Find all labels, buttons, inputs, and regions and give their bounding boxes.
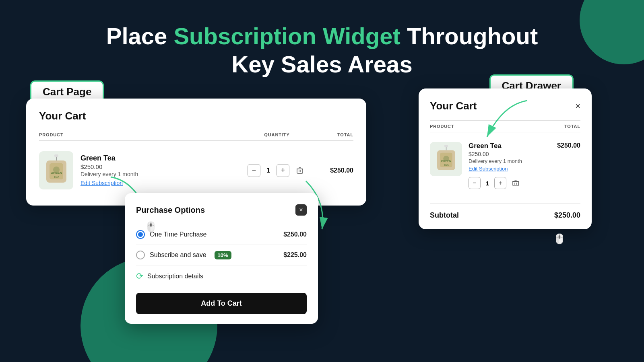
- drawer-decrease-qty[interactable]: −: [469, 177, 481, 189]
- modal-title: Purchase Options: [136, 206, 205, 215]
- drawer-item-price: $250.00: [469, 151, 557, 157]
- content-area: Cart Page Your Cart PRODUCT QUANTITY TOT…: [0, 72, 644, 362]
- drawer-product-image: GREEN TEA: [433, 145, 459, 174]
- drawer-trash-icon: [512, 179, 519, 187]
- svg-rect-5: [54, 154, 58, 157]
- product-image-svg: GREEN TEA: [42, 154, 70, 187]
- svg-point-21: [443, 156, 449, 161]
- cart-table-header: PRODUCT QUANTITY TOTAL: [39, 129, 353, 141]
- arrow-drawer-to-panel: [479, 97, 535, 149]
- col-total-header: TOTAL: [313, 132, 353, 137]
- drawer-subtotal-value: $250.00: [554, 211, 580, 220]
- svg-rect-7: [297, 169, 303, 173]
- item-name: Green Tea: [80, 154, 241, 162]
- increase-qty-button[interactable]: +: [277, 164, 289, 177]
- svg-rect-22: [513, 181, 518, 186]
- drawer-close-button[interactable]: ×: [575, 101, 580, 111]
- option-one-time-price: $250.00: [283, 231, 307, 238]
- delete-item-button[interactable]: [293, 164, 306, 177]
- add-to-cart-button[interactable]: Add To Cart: [136, 293, 307, 314]
- drawer-col-product: PRODUCT: [430, 124, 454, 129]
- heading-highlight: Subscription Widget: [173, 23, 400, 49]
- cursor-cart-page: 🖱️: [145, 221, 157, 232]
- radio-one-time[interactable]: [136, 230, 145, 239]
- heading-plain-start: Place: [106, 23, 174, 49]
- main-heading: Place Subscription Widget Throughout Key…: [0, 22, 644, 78]
- option-subscribe-price: $225.00: [283, 251, 307, 259]
- quantity-value: 1: [264, 167, 272, 174]
- drawer-subtotal-label: Subtotal: [430, 211, 459, 220]
- subscription-details-row[interactable]: ⟳ Subscription details: [136, 265, 307, 287]
- drawer-item-right: $250.00: [557, 142, 580, 172]
- radio-subscribe[interactable]: [136, 251, 145, 259]
- modal-header: Purchase Options ×: [136, 204, 307, 216]
- option-one-time[interactable]: One Time Purchase $250.00: [136, 224, 307, 245]
- svg-text:TEA: TEA: [444, 163, 449, 166]
- option-subscribe[interactable]: Subscribe and save 10% $225.00: [136, 245, 307, 265]
- col-product-header: PRODUCT: [39, 132, 241, 137]
- svg-rect-20: [444, 145, 448, 147]
- cart-item-image: GREEN TEA: [39, 151, 73, 189]
- col-quantity-header: QUANTITY: [241, 132, 313, 137]
- purchase-options-modal: Purchase Options × One Time Purchase $25…: [125, 193, 318, 324]
- drawer-qty-value: 1: [484, 180, 491, 187]
- drawer-item-delivery: Delivery every 1 month: [469, 158, 557, 164]
- drawer-qty-controls: − 1 +: [469, 177, 580, 189]
- svg-text:TEA: TEA: [54, 175, 59, 178]
- drawer-delete-item[interactable]: [510, 177, 522, 189]
- svg-point-6: [53, 167, 60, 173]
- decrease-qty-button[interactable]: −: [248, 164, 260, 177]
- cart-page-title: Your Cart: [39, 110, 353, 122]
- save-badge: 10%: [215, 251, 231, 259]
- heading-plain-end: Throughout: [400, 23, 538, 49]
- drawer-item-price-top: $250.00: [557, 142, 580, 149]
- item-price: $250.00: [80, 163, 241, 170]
- drawer-title: Your Cart: [430, 100, 477, 112]
- option-one-time-label: One Time Purchase: [150, 231, 206, 238]
- drawer-edit-subscription-link[interactable]: Edit Subscription: [469, 166, 508, 172]
- drawer-item-content: Green Tea $250.00 Delivery every 1 month…: [469, 142, 580, 189]
- subscription-details-label: Subscription details: [147, 273, 203, 280]
- cursor-cart-drawer: 🖱️: [553, 233, 566, 245]
- drawer-subtotal: Subtotal $250.00: [430, 204, 580, 220]
- trash-icon: [296, 167, 303, 174]
- option-subscribe-label: Subscribe and save: [150, 251, 206, 259]
- modal-close-button[interactable]: ×: [295, 204, 307, 216]
- drawer-item-image: GREEN TEA: [430, 142, 462, 176]
- drawer-col-total: TOTAL: [564, 124, 580, 129]
- drawer-increase-qty[interactable]: +: [494, 177, 506, 189]
- item-total: $250.00: [313, 167, 353, 174]
- quantity-controls: − 1 +: [241, 164, 313, 177]
- subscription-icon: ⟳: [136, 271, 143, 282]
